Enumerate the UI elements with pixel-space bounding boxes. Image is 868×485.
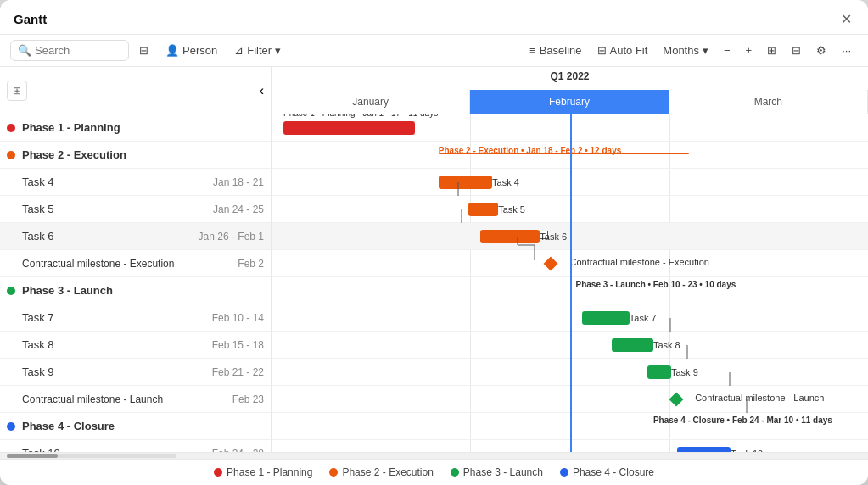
zoom-in-button[interactable]: +: [739, 41, 759, 60]
legend-dot-phase1: [214, 468, 222, 477]
toolbar-right: ≡ Baseline ⊞ Auto Fit Months ▾ − + ⊞ ⊟ ⚙…: [523, 41, 858, 60]
legend-phase1: Phase 1 - Planning: [214, 466, 312, 478]
row-task5: Task 5 Jan 24 - 25: [0, 196, 271, 223]
phase3-dot: [7, 287, 15, 295]
legend-dot-phase2: [329, 468, 338, 477]
legend-label-phase2: Phase 2 - Execution: [342, 466, 433, 478]
gantt-left-header: ⊞ ‹: [0, 67, 271, 114]
task6-date: Jan 26 - Feb 1: [199, 231, 264, 242]
task8-date: Feb 15 - 18: [212, 339, 264, 351]
milestone-exec-date: Feb 2: [238, 258, 264, 270]
legend-label-phase4: Phase 4 - Closure: [573, 466, 654, 478]
phase1-dot: [7, 124, 15, 132]
bar-task6[interactable]: Task 6: [480, 230, 540, 243]
phase4-name: Phase 4 - Closure: [22, 420, 264, 432]
task10-bar-label: Task 10: [727, 449, 763, 452]
months-chevron: ▾: [703, 44, 708, 57]
milestone-exec-diamond: [544, 257, 558, 271]
gantt-chart-area: Phase 1 - Planning • Jan 1 - 17 • 11 day…: [272, 114, 868, 452]
legend-phase3: Phase 3 - Launch: [451, 466, 543, 478]
row-phase1: Phase 1 - Planning: [0, 114, 271, 142]
collapse-button[interactable]: ⊞: [7, 81, 27, 101]
scrollbar-thumb[interactable]: [7, 454, 58, 458]
legend-dot-phase4: [560, 468, 568, 477]
task8-bar-label: Task 8: [650, 340, 680, 350]
task4-bar-label: Task 4: [489, 177, 519, 187]
person-button[interactable]: 👤 Person: [159, 41, 224, 60]
task5-date: Jan 24 - 25: [213, 203, 264, 215]
task9-date: Feb 21 - 22: [212, 366, 264, 378]
icon-btn-1[interactable]: ⊞: [760, 41, 783, 60]
icon-btn-4[interactable]: ···: [835, 41, 858, 60]
milestone-exec-name: Contractual milestone - Execution: [7, 258, 238, 270]
milestone-launch-name: Contractual milestone - Launch: [7, 393, 232, 405]
task7-date: Feb 10 - 14: [212, 312, 264, 324]
filter-button[interactable]: ⊿ Filter ▾: [227, 41, 288, 60]
phase4-dot: [7, 422, 15, 431]
milestone-launch-date: Feb 23: [232, 393, 264, 405]
task5-name: Task 5: [7, 203, 213, 215]
snapshot-icon: ⊟: [139, 44, 148, 57]
autofit-icon: ⊞: [597, 44, 607, 57]
legend-label-phase1: Phase 1 - Planning: [227, 466, 312, 478]
milestone-exec-label: Contractual milestone - Execution: [570, 257, 709, 267]
task7-name: Task 7: [7, 311, 212, 324]
scrollbar-track: [7, 454, 176, 458]
task10-date: Feb 24 - 28: [212, 448, 264, 453]
main-content: ⊞ ‹ Phase 1 - Planning Phase 2 - Executi…: [0, 67, 868, 452]
bottom-area: Phase 1 - Planning Phase 2 - Execution P…: [0, 452, 868, 485]
gantt-window: Gantt ✕ 🔍 ⊟ 👤 Person ⊿ Filter ▾ ≡ Baseli…: [0, 0, 868, 485]
gantt-rows-left: Phase 1 - Planning Phase 2 - Execution T…: [0, 114, 271, 452]
task4-name: Task 4: [7, 176, 213, 188]
task9-name: Task 9: [7, 365, 212, 378]
phase1-bar-label: Phase 1 - Planning • Jan 1 - 17 • 11 day…: [283, 114, 438, 118]
legend: Phase 1 - Planning Phase 2 - Execution P…: [0, 459, 868, 485]
bar-task9[interactable]: Task 9: [647, 365, 671, 379]
baseline-button[interactable]: ≡ Baseline: [523, 41, 588, 60]
phase2-name: Phase 2 - Execution: [22, 148, 264, 161]
month-january: January: [272, 90, 470, 114]
row-task8: Task 8 Feb 15 - 18: [0, 332, 271, 359]
row-phase2: Phase 2 - Execution: [0, 142, 271, 169]
row-task10: Task 10 Feb 24 - 28: [0, 440, 271, 452]
bar-task4[interactable]: Task 4: [439, 176, 492, 189]
collapse-arrow[interactable]: ‹: [260, 83, 264, 98]
window-title: Gantt: [14, 12, 47, 26]
phase3-header-label: Phase 3 - Launch • Feb 10 - 23 • 10 days: [576, 280, 736, 289]
bar-task7[interactable]: Task 7: [582, 311, 630, 325]
icon-btn-2[interactable]: ⊟: [785, 41, 808, 60]
task10-name: Task 10: [7, 447, 212, 452]
phase2-dot: [7, 151, 15, 159]
legend-label-phase3: Phase 3 - Launch: [463, 466, 543, 478]
bar-task10[interactable]: Task 10: [677, 447, 731, 452]
bar-phase1[interactable]: Phase 1 - Planning • Jan 1 - 17 • 11 day…: [283, 121, 415, 135]
zoom-out-button[interactable]: −: [717, 41, 737, 60]
month-march: March: [669, 90, 868, 114]
gantt-right-panel: Q1 2022 January February March: [272, 67, 868, 452]
row-task7: Task 7 Feb 10 - 14: [0, 304, 271, 332]
search-input[interactable]: [35, 44, 120, 57]
snapshot-button[interactable]: ⊟: [132, 41, 155, 60]
milestone-launch-diamond: [669, 393, 684, 407]
month-february: February: [470, 90, 669, 114]
baseline-icon: ≡: [529, 44, 536, 57]
row-task4: Task 4 Jan 18 - 21: [0, 169, 271, 196]
legend-phase4: Phase 4 - Closure: [560, 466, 654, 478]
close-button[interactable]: ✕: [837, 10, 854, 27]
scrollbar-area[interactable]: [0, 452, 868, 459]
phase3-name: Phase 3 - Launch: [22, 284, 264, 297]
title-bar: Gantt ✕: [0, 0, 868, 35]
bar-task8[interactable]: Task 8: [612, 338, 653, 352]
bar-task5[interactable]: Task 5: [468, 203, 498, 216]
task6-bar-label: Task 6: [536, 231, 567, 242]
quarter-label: Q1 2022: [272, 70, 868, 82]
search-box[interactable]: 🔍: [10, 40, 129, 61]
toolbar: 🔍 ⊟ 👤 Person ⊿ Filter ▾ ≡ Baseline ⊞ Aut…: [0, 35, 868, 67]
row-task6: Task 6 Jan 26 - Feb 1: [0, 223, 271, 250]
months-button[interactable]: Months ▾: [656, 41, 715, 60]
icon-btn-3[interactable]: ⚙: [809, 41, 833, 60]
task4-date: Jan 18 - 21: [213, 176, 264, 188]
autofit-button[interactable]: ⊞ Auto Fit: [591, 41, 655, 60]
task7-bar-label: Task 7: [626, 313, 657, 323]
row-task9: Task 9 Feb 21 - 22: [0, 359, 271, 386]
